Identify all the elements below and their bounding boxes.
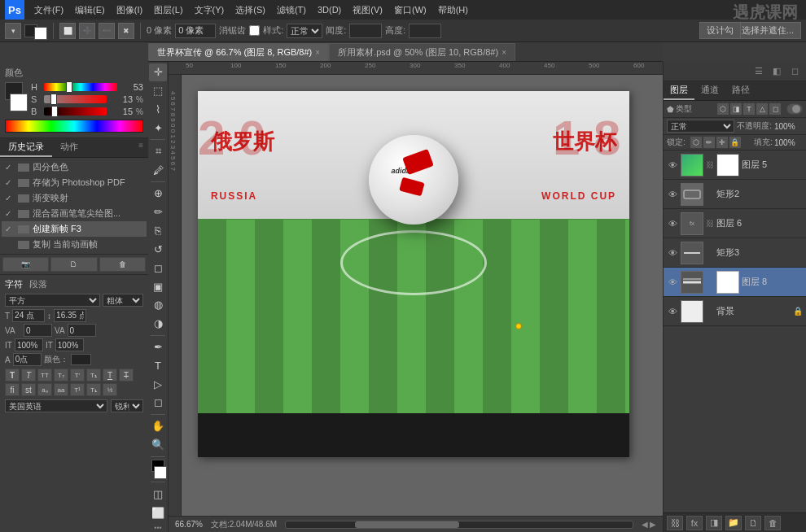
add-mask-btn[interactable]: ◨	[706, 516, 722, 530]
layer-8-eye[interactable]: 👁	[667, 277, 678, 287]
fullscreen-btn[interactable]: ⬜	[149, 504, 167, 521]
history-item-0[interactable]: ✓ 四分色色	[2, 159, 147, 175]
filter-toggle[interactable]	[786, 103, 803, 115]
bri-thumb[interactable]	[51, 106, 58, 117]
scroll-left[interactable]: ◀	[642, 520, 648, 529]
height-input[interactable]	[409, 24, 441, 38]
crop-tool[interactable]: ⌗	[149, 142, 167, 160]
para-tab[interactable]: 段落	[29, 278, 47, 290]
antialias-checkbox[interactable]	[249, 25, 260, 36]
history-item-5[interactable]: 复制 当前动画帧	[2, 237, 147, 252]
actions-tab[interactable]: 动作	[52, 138, 86, 157]
track-input[interactable]	[68, 324, 96, 337]
bri-slider[interactable]	[44, 107, 107, 116]
intersect-selection-icon[interactable]: ✖	[118, 23, 134, 39]
scroll-horizontal[interactable]	[285, 521, 633, 529]
hue-slider[interactable]	[44, 83, 117, 91]
filter-shape[interactable]: △	[756, 103, 768, 115]
leading-input[interactable]	[54, 309, 86, 322]
blend-mode-select[interactable]: 正常	[667, 120, 734, 133]
tab-material[interactable]: 所用素材.psd @ 50% (图层 10, RGB/8#) ×	[329, 43, 515, 61]
layer-item-5[interactable]: 👁 ⛓ 图层 5	[664, 150, 806, 180]
snapshot-btn[interactable]: 📷	[2, 257, 49, 272]
path-tool[interactable]: ▷	[149, 375, 167, 393]
bg-eye[interactable]: 👁	[667, 307, 678, 316]
layer-item-8[interactable]: 👁 图层 8	[664, 268, 806, 297]
layers-tab[interactable]: 图层	[664, 81, 694, 100]
scale-h-input[interactable]	[15, 338, 43, 351]
st-btn[interactable]: st	[21, 383, 36, 396]
eraser-tool[interactable]: ◻	[149, 259, 167, 277]
text-color-swatch[interactable]	[71, 354, 91, 365]
lock-pixels[interactable]: ✏	[703, 137, 715, 148]
sat-slider[interactable]	[44, 95, 107, 103]
healing-tool[interactable]: ⊕	[149, 185, 167, 203]
tab-worldcup[interactable]: 世界杯宣传 @ 66.7% (图层 8, RGB/8#) ×	[148, 43, 329, 61]
add-selection-icon[interactable]: ➕	[79, 23, 95, 39]
width-input[interactable]	[349, 24, 382, 38]
dodge-tool[interactable]: ◑	[149, 315, 167, 333]
subtract-selection-icon[interactable]: ➖	[99, 23, 115, 39]
filter-pixel[interactable]: ⬡	[717, 103, 729, 115]
menu-help[interactable]: 帮助(H)	[433, 2, 473, 18]
history-item-2[interactable]: ✓ 渐变映射	[2, 190, 147, 206]
sat-thumb[interactable]	[50, 94, 57, 105]
history-brush-tool[interactable]: ↺	[149, 240, 167, 258]
layer-item-bg[interactable]: 👁 背景 🔒	[664, 297, 806, 326]
history-panel-expand[interactable]: ≡	[134, 138, 148, 157]
menu-filter[interactable]: 滤镜(T)	[272, 2, 311, 18]
fi-btn[interactable]: fi	[5, 383, 20, 396]
delete-layer-btn[interactable]: 🗑	[764, 516, 781, 530]
layer-5-eye[interactable]: 👁	[667, 160, 678, 170]
layer-item-rect3[interactable]: 👁 矩形3	[664, 238, 806, 268]
pen-tool[interactable]: ✒	[149, 338, 167, 356]
lock-transparent[interactable]: ⬡	[690, 137, 702, 148]
filter-adjust[interactable]: ◨	[730, 103, 742, 115]
menu-select[interactable]: 选择(S)	[230, 2, 270, 18]
t2-btn[interactable]: T₁	[86, 383, 101, 396]
menu-text[interactable]: 文字(Y)	[190, 2, 230, 18]
tab-material-close[interactable]: ×	[502, 48, 506, 57]
lasso-tool[interactable]: ⌇	[149, 101, 167, 119]
menu-3d[interactable]: 3D(D)	[313, 3, 346, 16]
font-size-input[interactable]	[12, 309, 45, 322]
move-tool[interactable]: ✛	[149, 63, 167, 81]
filter-smart[interactable]: ◻	[769, 103, 781, 115]
filter-text[interactable]: T	[743, 103, 755, 115]
canvas-viewport[interactable]: adidas 俄罗斯 世界杯 RUSSIA WORLD CUP 2 0 1 8	[182, 75, 663, 516]
history-tab[interactable]: 历史记录	[0, 138, 52, 157]
menu-view[interactable]: 视图(V)	[348, 2, 388, 18]
sup-btn[interactable]: T'	[70, 368, 85, 382]
design-button[interactable]: 设计勾	[699, 22, 741, 39]
shape-tool[interactable]: ◻	[149, 394, 167, 412]
brush-tool[interactable]: ✏	[149, 203, 167, 221]
bg-color-box[interactable]	[10, 94, 28, 111]
kern-input[interactable]	[24, 324, 52, 337]
mask-mode-btn[interactable]: ◫	[149, 485, 167, 503]
new-layer-btn[interactable]: 🗋	[745, 516, 761, 530]
allcaps-btn[interactable]: TT	[37, 368, 52, 382]
history-item-3[interactable]: ✓ 混合器画笔笔尖绘图...	[2, 206, 147, 221]
bg-color-swatch[interactable]	[34, 27, 47, 40]
lock-position[interactable]: ✛	[716, 137, 728, 148]
tab-worldcup-close[interactable]: ×	[315, 48, 320, 57]
strike-btn[interactable]: T	[119, 368, 134, 382]
feather-input[interactable]	[175, 24, 216, 38]
antialias-select[interactable]: 锐利	[111, 399, 143, 412]
zoom-tool[interactable]: 🔍	[149, 436, 167, 454]
rp-icon-adjust[interactable]: ◧	[769, 64, 785, 79]
add-style-btn[interactable]: fx	[686, 516, 703, 530]
smallcaps-btn[interactable]: T₇	[54, 368, 68, 382]
menu-image[interactable]: 图像(I)	[112, 2, 147, 18]
new-doc-btn[interactable]: 🗋	[50, 257, 97, 272]
baseline-input[interactable]	[13, 353, 42, 366]
layer-item-6[interactable]: 👁 fx ⛓ 图层 6	[664, 209, 806, 238]
rect2-eye[interactable]: 👁	[667, 190, 678, 199]
tool-preset-picker[interactable]: ▾	[5, 23, 21, 39]
text-tool[interactable]: T	[149, 356, 167, 374]
font-style-select[interactable]: 粗体	[103, 294, 143, 307]
italic-btn[interactable]: T	[21, 368, 36, 382]
scroll-right[interactable]: ▶	[650, 520, 656, 529]
layer-6-eye[interactable]: 👁	[667, 219, 678, 229]
select-tool[interactable]: ⬚	[149, 82, 167, 100]
